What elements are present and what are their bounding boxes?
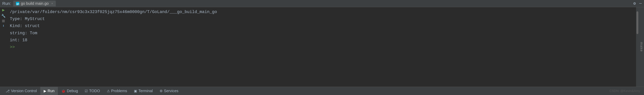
run-icon: ▶ [44, 89, 46, 93]
toolbar-item-terminal[interactable]: ▣ Terminal [130, 87, 156, 95]
scrollbar-thumb[interactable] [636, 11, 638, 34]
minimize-button[interactable]: — [639, 1, 642, 6]
toolbar-item-todo[interactable]: ☑ TODO [81, 87, 103, 95]
debug-icon: 🐞 [61, 89, 66, 93]
download-icon[interactable]: ⬇ [2, 24, 4, 28]
toolbar-item-services[interactable]: ⚙ Services [156, 87, 182, 95]
prompt-char: >> [10, 45, 15, 50]
todo-label: TODO [89, 89, 100, 93]
run-toolbar-label: Run [48, 89, 55, 93]
settings-button[interactable]: ⚙ [634, 1, 636, 6]
path-text: /private/var/folders/nm/csr93c3x323f025j… [10, 10, 217, 14]
terminal-label: Terminal [138, 89, 153, 93]
play-icon[interactable]: ▶ [2, 8, 4, 12]
left-gutter: ▶ 🔧 ⬇ [0, 7, 7, 87]
toolbar-item-run[interactable]: ▶ Run [40, 87, 58, 95]
output-line-2: Type: MyStruct [10, 16, 633, 22]
tab-label: go build main.go [21, 1, 48, 6]
bottom-toolbar: ⎇ Version Control ▶ Run 🐞 Debug ☑ TODO ⚠… [0, 87, 644, 95]
services-icon: ⚙ [160, 89, 162, 93]
right-side-make-label[interactable]: make [639, 7, 644, 87]
version-control-icon: ⎇ [6, 89, 10, 93]
terminal-icon: ▣ [134, 89, 137, 93]
svg-text:go: go [16, 2, 19, 5]
toolbar-item-problems[interactable]: ⚠ Problems [104, 87, 130, 95]
wrench-icon: 🔧 [1, 14, 6, 18]
run-tab[interactable]: go go build main.go × [13, 0, 56, 6]
stop-icon[interactable] [2, 20, 5, 22]
output-area: /private/var/folders/nm/csr93c3x323f025j… [7, 7, 636, 87]
toolbar-item-version-control[interactable]: ⎇ Version Control [2, 87, 40, 95]
scrollbar[interactable] [636, 7, 639, 87]
toolbar-item-debug[interactable]: 🐞 Debug [58, 87, 81, 95]
tab-close-button[interactable]: × [51, 2, 53, 5]
title-bar-actions: ⚙ — [634, 1, 642, 6]
output-line-3: Kind: struct [10, 23, 633, 29]
debug-label: Debug [67, 89, 78, 93]
services-label: Services [164, 89, 178, 93]
watermark: CSDN: @Kevin&Amy [610, 89, 642, 93]
problems-label: Problems [111, 89, 127, 93]
output-line-4: string: Tom [10, 30, 633, 36]
version-control-label: Version Control [11, 89, 37, 93]
output-prompt: >> [10, 44, 633, 50]
run-label: Run: [2, 1, 11, 6]
title-bar: Run: go go build main.go × ⚙ — [0, 0, 644, 7]
todo-icon: ☑ [85, 89, 88, 93]
output-line-1: /private/var/folders/nm/csr93c3x323f025j… [10, 9, 633, 15]
problems-icon: ⚠ [107, 89, 110, 93]
main-content: ▶ 🔧 ⬇ /private/var/folders/nm/csr93c3x32… [0, 7, 644, 87]
output-line-5: int: 18 [10, 37, 633, 44]
go-icon: go [16, 2, 19, 5]
